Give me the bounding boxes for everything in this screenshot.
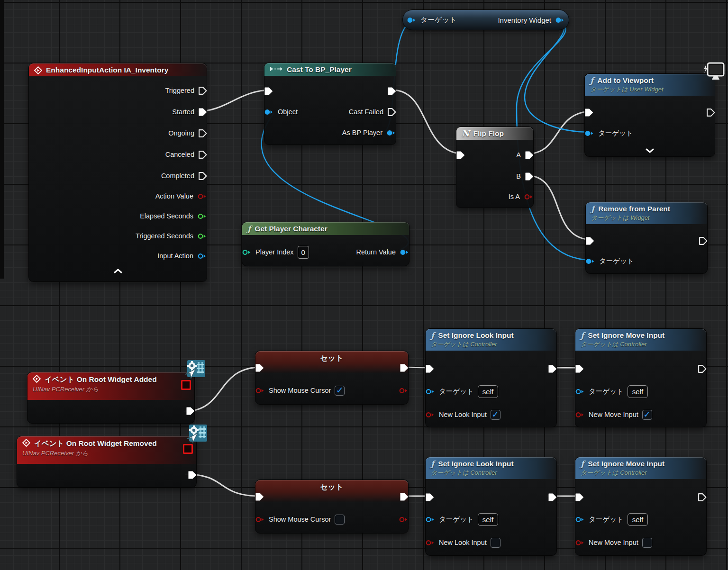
exec-in-pin[interactable] [255,492,264,501]
data-pin-action-value[interactable] [197,193,207,200]
target-self-field[interactable]: self [478,385,498,398]
node-remove-from-parent[interactable]: ƒRemove from Parent ターゲットは Widget ターゲット [585,202,708,274]
expand-down-icon[interactable] [646,148,654,153]
exec-out-pin[interactable] [400,492,409,501]
wire-started-to-cast[interactable] [198,90,271,111]
node-add-to-viewport[interactable]: ƒAdd to Viewport ターゲットは User Widget ターゲッ… [584,73,715,157]
show-mouse-cursor-checkbox[interactable] [335,386,345,396]
data-pin-target[interactable] [575,516,585,523]
exec-in-pin[interactable] [456,151,465,160]
exec-pin-cast-failed[interactable] [387,108,396,117]
data-pin-target[interactable] [425,388,435,395]
data-pin-output[interactable] [399,516,409,523]
event-icon [34,66,42,74]
node-inventory-widget-getter[interactable]: ターゲット Inventory Widget [402,9,569,30]
interface-event-badge-icon [186,425,207,444]
exec-pin-b[interactable] [525,172,534,181]
node-title: Add to Viewport [597,76,654,85]
data-pin-show-mouse-cursor[interactable] [255,516,265,523]
pin-label-object: Object [278,108,298,116]
target-self-field[interactable]: self [628,513,648,526]
exec-pin-triggered[interactable] [198,86,207,95]
data-pin-inventory-widget-out[interactable] [555,17,565,24]
pin-label-completed: Completed [161,172,194,180]
data-pin-is-a[interactable] [524,193,534,200]
wire-getter-to-addviewport-target[interactable] [525,20,592,132]
data-pin-target[interactable] [575,388,585,395]
wire-flipflop-a-to-addviewport[interactable] [526,111,592,154]
data-pin-new-move-input[interactable] [575,539,585,546]
new-move-input-checkbox[interactable] [642,410,652,420]
node-set-ignore-look-input-false[interactable]: ƒSet Ignore Look Input ターゲットは Controller… [425,457,557,556]
node-get-player-character[interactable]: ƒGet Player Character Player Index 0 Ret… [242,222,410,266]
data-pin-elapsed-seconds[interactable] [197,213,207,220]
exec-pin-canceled[interactable] [198,150,207,159]
data-pin-new-look-input[interactable] [425,539,435,546]
exec-out-pin[interactable] [400,363,409,372]
exec-out-pin[interactable] [698,493,707,502]
exec-pin-completed[interactable] [198,172,207,181]
exec-out-pin[interactable] [548,364,557,373]
node-flip-flop[interactable]: NFlip Flop A B Is A [456,127,534,208]
viewport-edge [0,0,4,279]
graph-canvas[interactable]: EnhancedInputAction IA_Inventory Trigger… [0,0,728,570]
node-cast-to-bp-player[interactable]: Cast To BP_Player Object Cast Failed As … [264,63,396,145]
data-pin-player-index[interactable] [242,249,252,256]
exec-in-pin[interactable] [425,364,434,373]
new-move-input-checkbox[interactable] [642,538,652,548]
data-pin-target[interactable] [407,17,417,24]
exec-out-pin[interactable] [387,87,396,96]
exec-pin-started[interactable] [198,108,207,117]
data-pin-show-mouse-cursor[interactable] [255,387,265,394]
data-pin-output[interactable] [399,387,409,394]
exec-out-pin[interactable] [706,108,715,117]
collapse-up-icon[interactable] [114,269,122,273]
data-pin-target[interactable] [584,130,594,137]
node-header: ƒSet Ignore Move Input ターゲットは Controller [575,329,706,351]
node-event-root-widget-removed[interactable]: イベント On Root Widget Removed UINav PCRece… [17,436,197,488]
pin-label-elapsed-seconds: Elapsed Seconds [140,212,193,220]
node-set-show-mouse-cursor-true[interactable]: セット Show Mouse Cursor [255,351,409,405]
data-pin-as-bp-player[interactable] [386,129,396,136]
node-title: Set Ignore Move Input [588,460,664,468]
exec-in-pin[interactable] [575,364,584,373]
exec-out-pin[interactable] [186,407,195,416]
data-pin-triggered-seconds[interactable] [197,233,207,240]
data-pin-target[interactable] [585,258,595,265]
wire-flipflop-b-to-removeparent[interactable] [526,175,592,240]
exec-pin-ongoing[interactable] [198,129,207,138]
node-title: Set Ignore Look Input [438,331,513,340]
exec-out-pin[interactable] [188,470,197,480]
exec-out-pin[interactable] [699,236,708,245]
exec-in-pin[interactable] [584,108,593,117]
data-pin-new-move-input[interactable] [575,411,585,418]
exec-in-pin[interactable] [575,493,584,502]
node-event-root-widget-added[interactable]: イベント On Root Widget Added UINav PCReceiv… [27,372,195,424]
player-index-field[interactable]: 0 [298,246,309,259]
wire-removed-to-set[interactable] [186,474,261,496]
exec-out-pin[interactable] [548,493,557,502]
pin-label-target: ターゲット [599,257,634,266]
node-set-ignore-move-input-false[interactable]: ƒSet Ignore Move Input ターゲットは Controller… [575,457,707,556]
show-mouse-cursor-checkbox[interactable] [335,515,345,525]
node-enhanced-input-action[interactable]: EnhancedInputAction IA_Inventory Trigger… [28,63,207,282]
wire-cast-to-flipflop[interactable] [392,90,464,154]
exec-out-pin[interactable] [698,364,707,373]
new-look-input-checkbox[interactable] [491,538,500,548]
new-look-input-checkbox[interactable] [491,410,500,420]
exec-in-pin[interactable] [255,363,264,372]
data-pin-object[interactable] [264,109,274,116]
exec-pin-a[interactable] [525,151,534,160]
data-pin-input-action[interactable] [197,253,207,260]
target-self-field[interactable]: self [628,385,648,398]
data-pin-new-look-input[interactable] [425,411,435,418]
node-set-ignore-move-input-true[interactable]: ƒSet Ignore Move Input ターゲットは Controller… [575,328,707,427]
node-set-ignore-look-input-true[interactable]: ƒSet Ignore Look Input ターゲットは Controller… [425,328,557,427]
exec-in-pin[interactable] [264,87,273,96]
node-set-show-mouse-cursor-false[interactable]: セット Show Mouse Cursor [255,480,409,534]
exec-in-pin[interactable] [425,493,434,502]
data-pin-target[interactable] [425,516,435,523]
exec-in-pin[interactable] [585,236,594,245]
data-pin-return-value[interactable] [400,249,410,256]
target-self-field[interactable]: self [478,513,498,526]
